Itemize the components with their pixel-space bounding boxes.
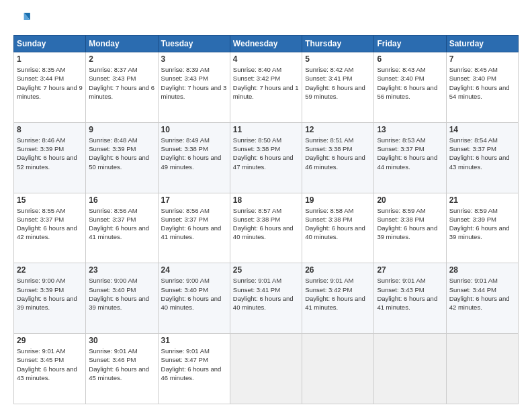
calendar-day-cell: 19 Sunrise: 8:58 AM Sunset: 3:38 PM Dayl… bbox=[302, 193, 374, 263]
daylight-text: Daylight: 7 hours and 1 minute. bbox=[233, 84, 299, 100]
sunset-text: Sunset: 3:38 PM bbox=[305, 216, 352, 223]
calendar-week-row: 8 Sunrise: 8:46 AM Sunset: 3:39 PM Dayli… bbox=[14, 122, 519, 193]
daylight-text: Daylight: 7 hours and 3 minutes. bbox=[161, 84, 227, 100]
sunset-text: Sunset: 3:37 PM bbox=[89, 216, 136, 223]
sunset-text: Sunset: 3:39 PM bbox=[449, 216, 496, 223]
day-number: 9 bbox=[89, 125, 154, 134]
sunset-text: Sunset: 3:43 PM bbox=[377, 286, 424, 293]
calendar-week-row: 15 Sunrise: 8:55 AM Sunset: 3:37 PM Dayl… bbox=[14, 193, 519, 263]
day-info: Sunrise: 9:00 AM Sunset: 3:40 PM Dayligh… bbox=[161, 276, 227, 312]
weekday-header-row: SundayMondayTuesdayWednesdayThursdayFrid… bbox=[14, 36, 519, 52]
calendar-week-row: 29 Sunrise: 9:01 AM Sunset: 3:45 PM Dayl… bbox=[14, 334, 519, 404]
day-info: Sunrise: 8:46 AM Sunset: 3:39 PM Dayligh… bbox=[17, 136, 83, 171]
day-number: 11 bbox=[233, 125, 299, 134]
calendar-day-cell bbox=[302, 334, 374, 404]
day-number: 21 bbox=[449, 195, 515, 205]
calendar-day-cell bbox=[230, 334, 302, 404]
weekday-header: Friday bbox=[374, 36, 446, 52]
calendar-day-cell: 16 Sunrise: 8:56 AM Sunset: 3:37 PM Dayl… bbox=[86, 193, 158, 263]
day-info: Sunrise: 8:45 AM Sunset: 3:40 PM Dayligh… bbox=[449, 65, 515, 101]
day-info: Sunrise: 8:57 AM Sunset: 3:38 PM Dayligh… bbox=[233, 206, 299, 242]
sunset-text: Sunset: 3:43 PM bbox=[89, 75, 136, 82]
sunrise-text: Sunrise: 9:01 AM bbox=[449, 277, 498, 284]
calendar-week-row: 22 Sunrise: 9:00 AM Sunset: 3:39 PM Dayl… bbox=[14, 263, 519, 334]
calendar-day-cell: 26 Sunrise: 9:01 AM Sunset: 3:42 PM Dayl… bbox=[302, 263, 374, 334]
sunrise-text: Sunrise: 8:54 AM bbox=[449, 136, 498, 144]
sunset-text: Sunset: 3:44 PM bbox=[17, 75, 64, 82]
calendar-day-cell: 23 Sunrise: 9:00 AM Sunset: 3:40 PM Dayl… bbox=[86, 263, 158, 334]
day-info: Sunrise: 9:01 AM Sunset: 3:43 PM Dayligh… bbox=[377, 276, 443, 312]
sunset-text: Sunset: 3:37 PM bbox=[377, 145, 424, 152]
day-number: 3 bbox=[161, 54, 227, 64]
day-number: 2 bbox=[89, 54, 154, 64]
daylight-text: Daylight: 6 hours and 46 minutes. bbox=[305, 154, 365, 170]
calendar-day-cell: 22 Sunrise: 9:00 AM Sunset: 3:39 PM Dayl… bbox=[14, 263, 86, 334]
daylight-text: Daylight: 6 hours and 50 minutes. bbox=[89, 154, 149, 170]
day-number: 20 bbox=[377, 195, 443, 205]
day-number: 1 bbox=[17, 54, 83, 64]
day-info: Sunrise: 8:37 AM Sunset: 3:43 PM Dayligh… bbox=[89, 65, 154, 101]
sunset-text: Sunset: 3:37 PM bbox=[449, 145, 496, 152]
daylight-text: Daylight: 6 hours and 52 minutes. bbox=[17, 154, 77, 170]
day-info: Sunrise: 9:01 AM Sunset: 3:44 PM Dayligh… bbox=[449, 276, 515, 312]
day-info: Sunrise: 8:56 AM Sunset: 3:37 PM Dayligh… bbox=[161, 206, 227, 242]
daylight-text: Daylight: 6 hours and 40 minutes. bbox=[233, 224, 294, 240]
day-info: Sunrise: 8:53 AM Sunset: 3:37 PM Dayligh… bbox=[377, 136, 443, 171]
sunrise-text: Sunrise: 8:56 AM bbox=[89, 207, 137, 214]
sunrise-text: Sunrise: 8:48 AM bbox=[89, 136, 137, 144]
day-info: Sunrise: 8:56 AM Sunset: 3:37 PM Dayligh… bbox=[89, 206, 154, 242]
calendar-day-cell: 17 Sunrise: 8:56 AM Sunset: 3:37 PM Dayl… bbox=[158, 193, 230, 263]
calendar-week-row: 1 Sunrise: 8:35 AM Sunset: 3:44 PM Dayli… bbox=[14, 52, 519, 123]
sunset-text: Sunset: 3:39 PM bbox=[17, 145, 64, 152]
sunset-text: Sunset: 3:38 PM bbox=[305, 145, 352, 152]
calendar-day-cell: 9 Sunrise: 8:48 AM Sunset: 3:39 PM Dayli… bbox=[86, 122, 158, 193]
calendar-day-cell bbox=[446, 334, 518, 404]
sunrise-text: Sunrise: 8:35 AM bbox=[17, 66, 65, 73]
daylight-text: Daylight: 6 hours and 41 minutes. bbox=[89, 224, 149, 240]
sunset-text: Sunset: 3:39 PM bbox=[89, 145, 136, 152]
sunrise-text: Sunrise: 9:00 AM bbox=[161, 277, 210, 284]
sunrise-text: Sunrise: 9:01 AM bbox=[161, 347, 210, 355]
sunset-text: Sunset: 3:40 PM bbox=[377, 75, 424, 82]
calendar-day-cell: 1 Sunrise: 8:35 AM Sunset: 3:44 PM Dayli… bbox=[14, 52, 86, 123]
calendar-day-cell: 3 Sunrise: 8:39 AM Sunset: 3:43 PM Dayli… bbox=[158, 52, 230, 123]
weekday-header: Sunday bbox=[14, 36, 86, 52]
day-number: 15 bbox=[17, 195, 83, 205]
sunrise-text: Sunrise: 8:42 AM bbox=[305, 66, 353, 73]
calendar-day-cell: 12 Sunrise: 8:51 AM Sunset: 3:38 PM Dayl… bbox=[302, 122, 374, 193]
day-number: 19 bbox=[305, 195, 371, 205]
daylight-text: Daylight: 6 hours and 49 minutes. bbox=[161, 154, 222, 170]
sunrise-text: Sunrise: 9:00 AM bbox=[17, 277, 65, 284]
day-info: Sunrise: 9:00 AM Sunset: 3:40 PM Dayligh… bbox=[89, 276, 154, 312]
day-number: 22 bbox=[17, 265, 83, 275]
calendar-day-cell: 11 Sunrise: 8:50 AM Sunset: 3:38 PM Dayl… bbox=[230, 122, 302, 193]
daylight-text: Daylight: 6 hours and 40 minutes. bbox=[305, 224, 365, 240]
daylight-text: Daylight: 6 hours and 43 minutes. bbox=[17, 365, 77, 381]
sunrise-text: Sunrise: 8:57 AM bbox=[233, 207, 281, 214]
calendar-day-cell: 2 Sunrise: 8:37 AM Sunset: 3:43 PM Dayli… bbox=[86, 52, 158, 123]
day-number: 14 bbox=[449, 125, 515, 134]
day-number: 29 bbox=[17, 336, 83, 345]
day-info: Sunrise: 8:58 AM Sunset: 3:38 PM Dayligh… bbox=[305, 206, 371, 242]
daylight-text: Daylight: 6 hours and 47 minutes. bbox=[233, 154, 294, 170]
day-info: Sunrise: 9:01 AM Sunset: 3:42 PM Dayligh… bbox=[305, 276, 371, 312]
calendar-table: SundayMondayTuesdayWednesdayThursdayFrid… bbox=[13, 35, 519, 404]
calendar-day-cell: 25 Sunrise: 9:01 AM Sunset: 3:41 PM Dayl… bbox=[230, 263, 302, 334]
day-info: Sunrise: 8:40 AM Sunset: 3:42 PM Dayligh… bbox=[233, 65, 299, 101]
sunset-text: Sunset: 3:44 PM bbox=[449, 286, 496, 293]
sunset-text: Sunset: 3:42 PM bbox=[305, 286, 352, 293]
calendar-day-cell: 29 Sunrise: 9:01 AM Sunset: 3:45 PM Dayl… bbox=[14, 334, 86, 404]
sunset-text: Sunset: 3:41 PM bbox=[305, 75, 352, 82]
day-number: 18 bbox=[233, 195, 299, 205]
sunset-text: Sunset: 3:45 PM bbox=[17, 356, 64, 363]
weekday-header: Tuesday bbox=[158, 36, 230, 52]
weekday-header: Thursday bbox=[302, 36, 374, 52]
sunrise-text: Sunrise: 9:01 AM bbox=[89, 347, 137, 355]
sunset-text: Sunset: 3:46 PM bbox=[89, 356, 136, 363]
daylight-text: Daylight: 7 hours and 6 minutes. bbox=[89, 84, 154, 100]
calendar-day-cell: 30 Sunrise: 9:01 AM Sunset: 3:46 PM Dayl… bbox=[86, 334, 158, 404]
day-number: 17 bbox=[161, 195, 227, 205]
sunset-text: Sunset: 3:41 PM bbox=[233, 286, 280, 293]
sunrise-text: Sunrise: 8:39 AM bbox=[161, 66, 210, 73]
daylight-text: Daylight: 7 hours and 9 minutes. bbox=[17, 84, 83, 100]
